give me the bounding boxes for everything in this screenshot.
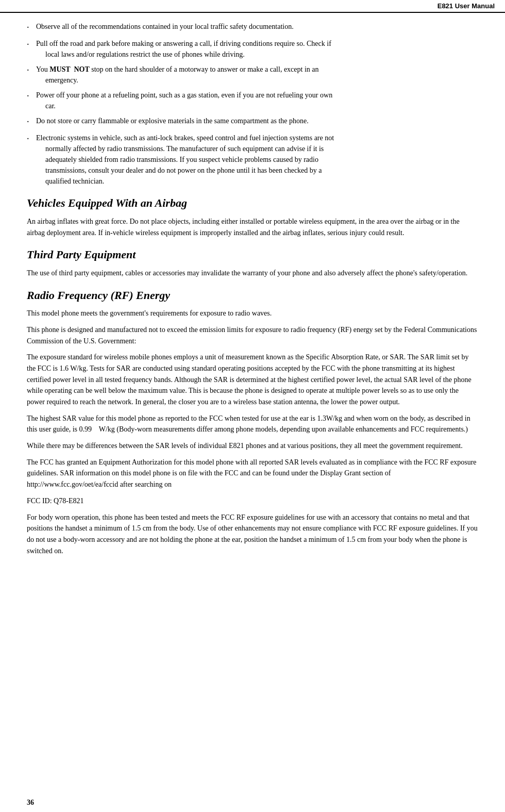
list-item: · Electronic systems in vehicle, such as… [27, 132, 478, 187]
list-item: · Observe all of the recommendations con… [27, 21, 478, 34]
bullet-text: Observe all of the recommendations conta… [36, 21, 478, 34]
bullet-text: You MUST NOT stop on the hard shoulder o… [36, 64, 478, 86]
section-heading-third-party: Third Party Equipment [27, 247, 478, 262]
list-item: · Pull off the road and park before maki… [27, 38, 478, 60]
bullet-dot: · [27, 132, 36, 187]
bullet-section: · Observe all of the recommendations con… [27, 21, 478, 187]
page-footer: 36 [27, 799, 34, 807]
bullet-indent: transmissions, consult your dealer and d… [36, 165, 478, 176]
bullet-text: Do not store or carry flammable or explo… [36, 115, 478, 128]
list-item: · Do not store or carry flammable or exp… [27, 115, 478, 128]
bullet-indent: emergency. [36, 75, 478, 86]
bullet-dot: · [27, 64, 36, 86]
section-heading-vehicles: Vehicles Equipped With an Airbag [27, 196, 478, 211]
list-item: · Power off your phone at a refueling po… [27, 90, 478, 111]
section-body-rf-4: The highest SAR value for this model pho… [27, 413, 478, 435]
bullet-dot: · [27, 115, 36, 128]
bullet-indent: qualified technician. [36, 176, 478, 187]
page-header: E821 User Manual [0, 0, 505, 13]
page-container: E821 User Manual · Observe all of the re… [0, 0, 505, 812]
bullet-text: Power off your phone at a refueling poin… [36, 90, 478, 111]
bullet-dot: · [27, 90, 36, 111]
header-title: E821 User Manual [437, 2, 495, 10]
bullet-text: Pull off the road and park before making… [36, 38, 478, 60]
section-body-rf-2: This phone is designed and manufactured … [27, 324, 478, 346]
bullet-text: Electronic systems in vehicle, such as a… [36, 132, 478, 187]
bullet-indent: car. [36, 101, 478, 111]
section-body-rf-5: While there may be differences between t… [27, 440, 478, 452]
page-number: 36 [27, 799, 34, 806]
section-body-rf-6: The FCC has granted an Equipment Authori… [27, 457, 478, 490]
section-body-rf-3: The exposure standard for wireless mobil… [27, 352, 478, 407]
bullet-dot: · [27, 21, 36, 34]
content-area: · Observe all of the recommendations con… [0, 13, 505, 577]
bullet-indent: local laws and/or regulations restrict t… [36, 49, 478, 60]
section-body-vehicles: An airbag inflates with great force. Do … [27, 216, 478, 238]
list-item: · You MUST NOT stop on the hard shoulder… [27, 64, 478, 86]
section-body-rf-fcc-id: FCC ID: Q78-E821 [27, 495, 478, 507]
bold-must-not: MUST NOT [49, 65, 90, 73]
bullet-dot: · [27, 38, 36, 60]
section-body-third-party: The use of third party equipment, cables… [27, 268, 478, 279]
bullet-indent: adequately shielded from radio transmiss… [36, 154, 478, 165]
bullet-indent: normally affected by radio transmissions… [36, 143, 478, 154]
section-body-rf-7: For body worn operation, this phone has … [27, 512, 478, 557]
section-heading-rf-energy: Radio Frequency (RF) Energy [27, 288, 478, 303]
section-body-rf-1: This model phone meets the government's … [27, 308, 478, 319]
